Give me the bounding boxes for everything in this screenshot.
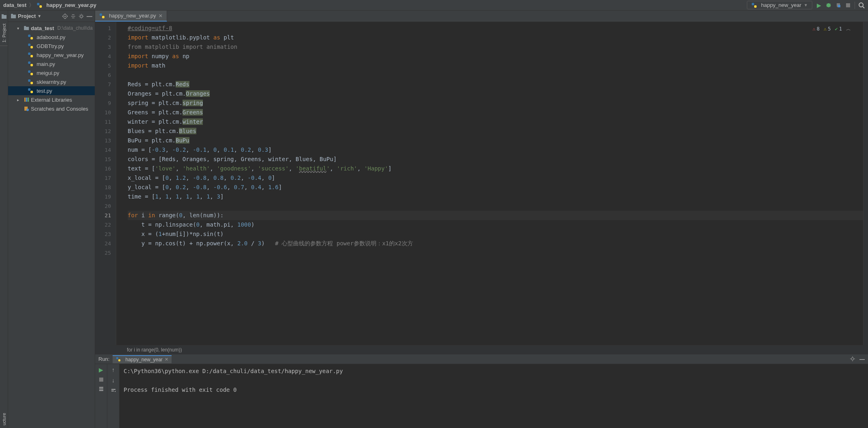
- svg-rect-39: [30, 37, 33, 39]
- error-icon: ⚠: [813, 24, 816, 34]
- python-file-icon: [28, 43, 33, 49]
- project-panel: Project▼ — ▾ data_test: [8, 11, 95, 428]
- project-panel-title[interactable]: Project▼: [11, 13, 41, 19]
- file-label: happy_new_year.py: [37, 52, 84, 58]
- code-breadcrumb[interactable]: for i in range(0, len(num)): [95, 345, 868, 354]
- svg-rect-11: [846, 3, 850, 7]
- file-item[interactable]: sklearntry.py: [8, 77, 95, 86]
- svg-rect-2: [752, 3, 754, 5]
- run-button[interactable]: ▶: [816, 2, 822, 9]
- file-item[interactable]: happy_new_year.py: [8, 50, 95, 59]
- project-root[interactable]: ▾ data_test D:\data_chuli\da: [8, 24, 95, 33]
- console-output[interactable]: C:\Python36\python.exe D:/data_chuli/dat…: [120, 364, 868, 428]
- svg-rect-50: [28, 88, 30, 91]
- stop-run-icon[interactable]: [99, 377, 104, 382]
- external-libraries[interactable]: ▸ External Libraries: [8, 95, 95, 104]
- svg-rect-14: [2, 15, 7, 19]
- console-line: C:\Python36\python.exe D:/data_chuli/dat…: [124, 368, 343, 374]
- hide-icon[interactable]: —: [87, 13, 92, 20]
- svg-rect-66: [99, 378, 103, 382]
- svg-rect-3: [754, 5, 757, 8]
- svg-rect-47: [30, 73, 33, 75]
- soft-wrap-icon[interactable]: [111, 388, 116, 393]
- file-label: GDBTtry.py: [37, 43, 64, 49]
- project-tool-icon[interactable]: [1, 14, 7, 20]
- svg-line-35: [83, 15, 83, 15]
- breadcrumb-file[interactable]: happy_new_year.py: [46, 2, 96, 8]
- coverage-button[interactable]: [835, 2, 842, 9]
- svg-rect-70: [111, 389, 115, 390]
- svg-rect-1: [39, 5, 42, 8]
- svg-rect-57: [100, 13, 102, 16]
- close-tab-icon[interactable]: ✕: [159, 13, 163, 19]
- svg-rect-58: [102, 16, 104, 18]
- python-file-icon: [99, 13, 105, 19]
- svg-line-32: [80, 15, 80, 15]
- search-button[interactable]: [858, 2, 865, 9]
- svg-rect-15: [2, 14, 4, 15]
- svg-rect-0: [37, 3, 39, 5]
- run-config-selector[interactable]: happy_new_year ▼: [747, 1, 812, 9]
- svg-rect-49: [30, 82, 33, 84]
- file-item[interactable]: adaboost.py: [8, 33, 95, 41]
- python-icon: [751, 2, 757, 8]
- breadcrumb: data_test 〉 happy_new_year.py: [3, 2, 96, 9]
- hide-run-icon[interactable]: —: [859, 356, 865, 362]
- debug-button[interactable]: [825, 2, 832, 9]
- line-number-gutter: 1234567891011121314151617181920212223242…: [95, 22, 116, 345]
- project-vtab[interactable]: 1: Project: [1, 21, 7, 45]
- chevron-up-icon[interactable]: ︿: [846, 24, 851, 34]
- file-item[interactable]: meigui.py: [8, 68, 95, 77]
- run-tab-label: happy_new_year: [125, 357, 162, 362]
- breadcrumb-sep: 〉: [29, 2, 34, 9]
- svg-rect-67: [99, 389, 103, 389]
- project-tree: ▾ data_test D:\data_chuli\da adaboost.py…: [8, 22, 95, 115]
- toggle-output-icon[interactable]: [98, 386, 104, 392]
- close-run-tab-icon[interactable]: ✕: [165, 357, 168, 362]
- error-stripe[interactable]: [863, 22, 868, 345]
- file-item-selected[interactable]: test.py: [8, 86, 95, 95]
- svg-rect-37: [24, 26, 26, 27]
- python-file-icon: [28, 70, 33, 76]
- file-item[interactable]: main.py: [8, 59, 95, 68]
- svg-rect-42: [28, 52, 30, 55]
- up-arrow-icon[interactable]: ↑: [112, 367, 115, 373]
- settings-icon[interactable]: [78, 13, 84, 19]
- weak-warning-icon: ✔: [835, 24, 838, 34]
- stop-button[interactable]: [845, 2, 851, 9]
- svg-point-27: [80, 15, 83, 17]
- svg-rect-52: [24, 98, 26, 102]
- svg-rect-46: [28, 70, 30, 73]
- run-config-name: happy_new_year: [761, 2, 801, 8]
- breadcrumb-root[interactable]: data_test: [3, 2, 26, 8]
- inspection-status[interactable]: ⚠8 ⚠5 ✔1 ︿: [813, 24, 851, 34]
- run-tab[interactable]: happy_new_year ✕: [113, 355, 171, 363]
- editor-tab[interactable]: happy_new_year.py ✕: [95, 11, 167, 22]
- external-libs-label: External Libraries: [31, 97, 72, 103]
- svg-rect-71: [111, 391, 114, 391]
- python-file-icon: [37, 2, 42, 8]
- rerun-icon[interactable]: ▶: [99, 367, 103, 373]
- chevron-right-icon: ▸: [17, 98, 22, 102]
- svg-rect-44: [28, 61, 30, 64]
- code-breadcrumb-text: for i in range(0, len(num)): [127, 347, 182, 353]
- chevron-down-icon: ▾: [17, 26, 22, 31]
- svg-rect-45: [30, 64, 33, 66]
- svg-rect-69: [99, 390, 103, 391]
- expand-all-icon[interactable]: [70, 13, 76, 19]
- run-settings-icon[interactable]: [850, 356, 855, 362]
- folder-icon: [11, 13, 16, 19]
- structure-vtab[interactable]: ucture: [1, 411, 7, 428]
- scratches-and-consoles[interactable]: Scratches and Consoles: [8, 104, 95, 113]
- run-tool-window: Run: happy_new_year ✕ — ▶: [95, 354, 868, 428]
- locate-icon[interactable]: [62, 13, 68, 19]
- python-file-icon: [28, 79, 33, 85]
- down-arrow-icon[interactable]: ↓: [112, 377, 115, 384]
- svg-rect-68: [99, 387, 103, 388]
- svg-rect-59: [116, 357, 118, 359]
- svg-rect-36: [24, 27, 29, 30]
- file-item[interactable]: GDBTtry.py: [8, 41, 95, 50]
- file-label: sklearntry.py: [37, 79, 66, 85]
- svg-rect-60: [118, 359, 120, 361]
- code-editor[interactable]: #coding=utf-8import matplotlib.pyplot as…: [116, 22, 863, 345]
